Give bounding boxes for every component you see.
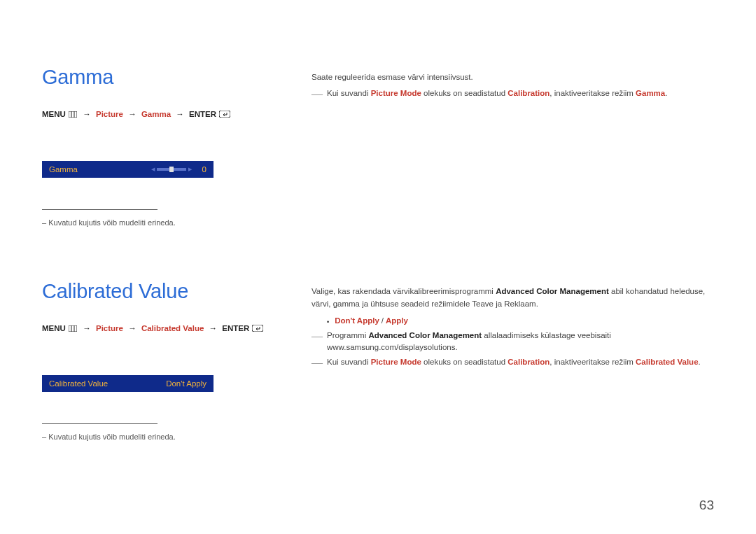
left-column-gamma: Gamma MENU → Picture → Gamma → ENTER Gam… xyxy=(42,66,276,227)
page-number: 63 xyxy=(699,498,714,513)
note-calibrated-download: ― Programmi Advanced Color Management al… xyxy=(312,330,714,355)
ui-slider: ◀ ▶ xyxy=(149,167,194,172)
svg-rect-7 xyxy=(252,325,263,332)
heading-calibrated: Calibrated Value xyxy=(42,280,276,303)
ui-label: Calibrated Value xyxy=(49,379,166,388)
right-column-calibrated: Valige, kas rakendada värvikalibreerimis… xyxy=(312,280,714,371)
footnote-gamma: – Kuvatud kujutis võib mudeliti erineda. xyxy=(42,218,276,227)
note-calibrated-mode: ― Kui suvandi Picture Mode olekuks on se… xyxy=(312,356,714,369)
menu-icon xyxy=(69,325,77,333)
enter-icon xyxy=(252,325,263,333)
svg-rect-0 xyxy=(69,111,77,118)
ui-label: Gamma xyxy=(49,165,149,174)
dash-icon: ― xyxy=(312,330,323,342)
divider xyxy=(42,209,158,210)
chevron-right-icon: ▶ xyxy=(188,167,192,172)
enter-icon xyxy=(219,111,230,119)
ui-preview-gamma: Gamma ◀ ▶ 0 xyxy=(42,161,214,178)
heading-gamma: Gamma xyxy=(42,66,276,89)
note-gamma: ― Kui suvandi Picture Mode olekuks on se… xyxy=(312,87,714,100)
section-gamma: Gamma MENU → Picture → Gamma → ENTER Gam… xyxy=(42,66,714,227)
ui-value: Don't Apply xyxy=(166,379,206,388)
dash-icon: ― xyxy=(312,88,323,99)
breadcrumb-calibrated: MENU → Picture → Calibrated Value → ENTE… xyxy=(42,324,276,333)
right-column-gamma: Saate reguleerida esmase värvi intensiiv… xyxy=(312,66,714,102)
options-bullet: • Don't Apply/Apply xyxy=(327,316,714,325)
left-column-calibrated: Calibrated Value MENU → Picture → Calibr… xyxy=(42,280,276,441)
breadcrumb-gamma: MENU → Picture → Gamma → ENTER xyxy=(42,110,276,119)
chevron-left-icon: ◀ xyxy=(151,167,155,172)
divider xyxy=(42,423,158,424)
footnote-calibrated: – Kuvatud kujutis võib mudeliti erineda. xyxy=(42,433,276,441)
description-gamma: Saate reguleerida esmase värvi intensiiv… xyxy=(312,71,714,84)
bullet-icon: • xyxy=(327,318,329,325)
dash-icon: ― xyxy=(312,357,323,368)
svg-rect-4 xyxy=(69,325,77,332)
svg-rect-3 xyxy=(219,111,230,118)
section-calibrated: Calibrated Value MENU → Picture → Calibr… xyxy=(42,280,714,441)
ui-value: 0 xyxy=(202,165,206,174)
menu-icon xyxy=(69,111,77,119)
description-calibrated: Valige, kas rakendada värvikalibreerimis… xyxy=(312,286,714,311)
ui-preview-calibrated: Calibrated Value Don't Apply xyxy=(42,375,214,392)
